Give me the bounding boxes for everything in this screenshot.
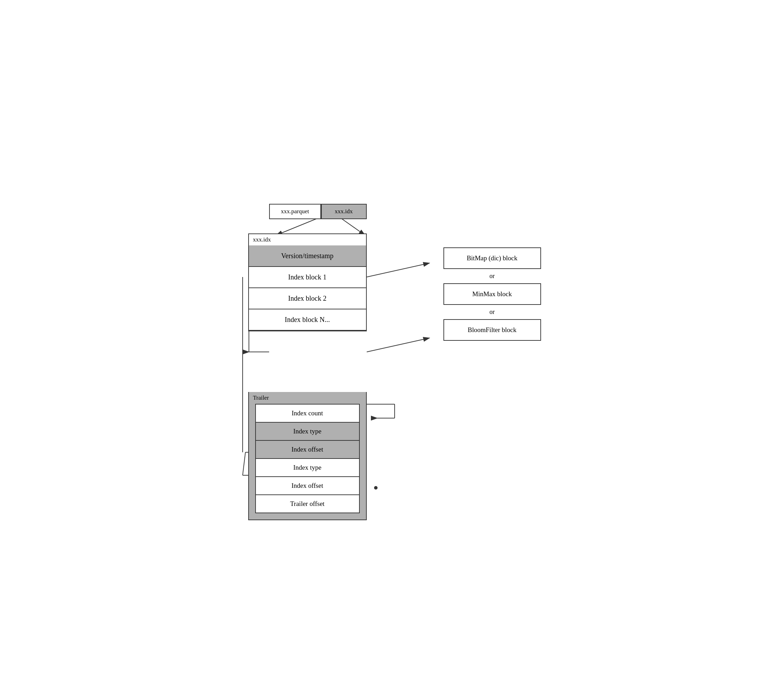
parquet-label: xxx.parquet [281, 208, 309, 215]
svg-line-5 [367, 338, 429, 352]
version-row: Version/timestamp [249, 246, 366, 267]
index-offset-2-row: Index offset [256, 477, 359, 495]
index-offset-1-row: Index offset [256, 441, 359, 459]
main-idx-label: xxx.idx [249, 234, 366, 246]
svg-line-3 [339, 217, 365, 235]
top-file-boxes: xxx.parquet xxx.idx [269, 204, 367, 219]
svg-line-4 [367, 263, 429, 277]
or-label-1: or [490, 269, 495, 283]
index-type-2-row: Index type [256, 459, 359, 477]
index-block-1-row: Index block 1 [249, 267, 366, 288]
parquet-file-box: xxx.parquet [269, 204, 321, 219]
index-block-2-row: Index block 2 [249, 288, 366, 309]
svg-line-17 [243, 452, 245, 475]
bloomfilter-block-box: BloomFilter block [443, 319, 541, 341]
svg-line-2 [276, 217, 322, 235]
index-count-row: Index count [256, 404, 359, 423]
or-label-2: or [490, 305, 495, 319]
index-type-1-row: Index type [256, 423, 359, 441]
svg-point-19 [374, 486, 378, 489]
minmax-block-box: MinMax block [443, 283, 541, 305]
bitmap-block-box: BitMap (dic) block [443, 248, 541, 269]
index-block-n-row: Index block N... [249, 309, 366, 331]
idx-file-box-top: xxx.idx [321, 204, 367, 219]
trailer-label: Trailer [249, 392, 366, 404]
trailer-offset-row: Trailer offset [256, 495, 359, 513]
right-block-types: BitMap (dic) block or MinMax block or Bl… [443, 248, 541, 341]
idx-label-top: xxx.idx [335, 208, 352, 215]
trailer-inner-box: Index count Index type Index offset Inde… [255, 404, 360, 513]
diagram-container: xxx.parquet xxx.idx xxx.idx Version/time… [227, 202, 541, 498]
trailer-outer-box: Trailer Index count Index type Index off… [248, 392, 367, 520]
main-idx-box: xxx.idx Version/timestamp Index block 1 … [248, 233, 367, 331]
